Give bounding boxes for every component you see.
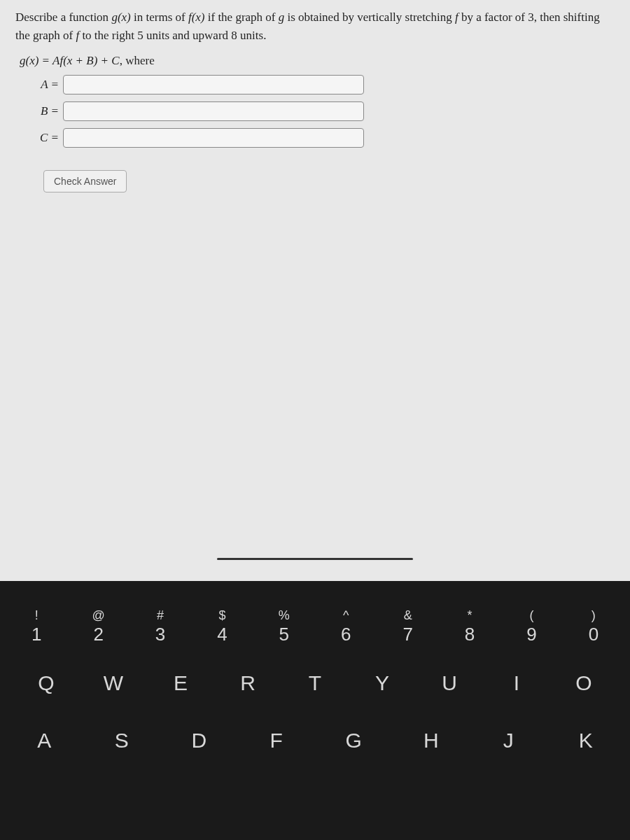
- key-e[interactable]: E: [147, 662, 214, 704]
- key-r[interactable]: R: [214, 662, 281, 704]
- key-i[interactable]: I: [483, 662, 550, 704]
- keyboard-number-row: !1 @2 #3 $4 %5 ^6 &7 *8 (9 )0: [0, 609, 630, 647]
- key-5[interactable]: %5: [253, 609, 315, 647]
- text: in terms of: [131, 10, 188, 24]
- input-c[interactable]: [63, 128, 364, 148]
- key-g[interactable]: G: [315, 720, 393, 762]
- equation-template: g(x) = Af(x + B) + C, where: [20, 54, 615, 68]
- key-2[interactable]: @2: [67, 609, 129, 647]
- input-a[interactable]: [63, 75, 364, 94]
- key-9[interactable]: (9: [500, 609, 562, 647]
- input-b[interactable]: [63, 102, 364, 121]
- equation-suffix: , where: [120, 54, 155, 67]
- key-3[interactable]: #3: [130, 609, 191, 647]
- key-q[interactable]: Q: [13, 662, 80, 704]
- key-h[interactable]: H: [393, 720, 470, 762]
- problem-statement: Describe a function g(x) in terms of f(x…: [15, 8, 615, 44]
- key-u[interactable]: U: [416, 662, 483, 704]
- key-d[interactable]: D: [160, 720, 238, 762]
- check-answer-button[interactable]: Check Answer: [43, 170, 127, 192]
- key-j[interactable]: J: [470, 720, 547, 762]
- key-o[interactable]: O: [550, 662, 617, 704]
- problem-content: Describe a function g(x) in terms of f(x…: [0, 0, 630, 560]
- math-g: g: [279, 10, 285, 24]
- home-indicator: [217, 558, 413, 560]
- key-s[interactable]: S: [83, 720, 161, 762]
- key-w[interactable]: W: [80, 662, 147, 704]
- key-k[interactable]: K: [547, 720, 625, 762]
- virtual-keyboard: !1 @2 #3 $4 %5 ^6 &7 *8 (9 )0 Q W E R T …: [0, 581, 630, 840]
- text: to the right 5 units and upward 8 units.: [79, 29, 266, 42]
- label-b: B =: [31, 104, 59, 118]
- equation-formula: g(x) = Af(x + B) + C: [20, 54, 120, 67]
- key-8[interactable]: *8: [439, 609, 500, 647]
- key-0[interactable]: )0: [563, 609, 624, 647]
- keyboard-qwerty-row: Q W E R T Y U I O: [0, 662, 630, 704]
- key-4[interactable]: $4: [191, 609, 253, 647]
- key-a[interactable]: A: [6, 720, 83, 762]
- key-t[interactable]: T: [281, 662, 349, 704]
- input-row-a: A =: [31, 75, 615, 94]
- key-6[interactable]: ^6: [315, 609, 377, 647]
- input-row-b: B =: [31, 102, 615, 121]
- text: is obtained by vertically stretching: [284, 10, 455, 24]
- text: Describe a function: [15, 10, 111, 24]
- key-7[interactable]: &7: [377, 609, 438, 647]
- math-fx: f(x): [188, 10, 205, 24]
- key-y[interactable]: Y: [349, 662, 416, 704]
- key-1[interactable]: !1: [6, 609, 67, 647]
- math-gx: g(x): [111, 10, 130, 24]
- label-c: C =: [31, 131, 59, 145]
- text: if the graph of: [205, 10, 279, 24]
- key-f[interactable]: F: [238, 720, 316, 762]
- keyboard-asdf-row: A S D F G H J K: [0, 720, 630, 762]
- label-a: A =: [31, 78, 59, 92]
- input-row-c: C =: [31, 128, 615, 148]
